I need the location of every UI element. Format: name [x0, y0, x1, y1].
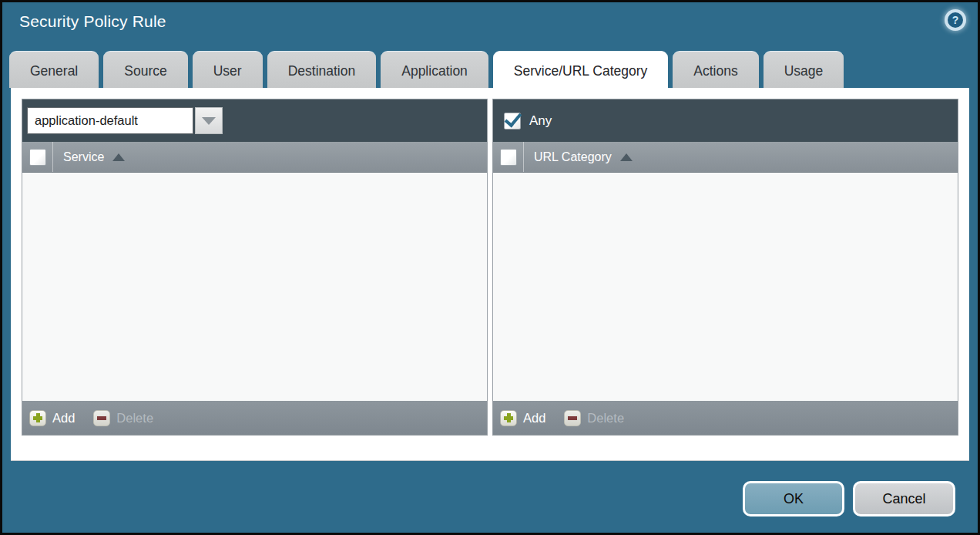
service-footer: Add Delete: [22, 401, 487, 435]
service-delete-label: Delete: [116, 411, 153, 426]
plus-icon: [29, 410, 46, 426]
url-category-column-header-row: URL Category: [493, 142, 958, 173]
service-column-label: Service: [63, 150, 104, 164]
dialog-title: Security Policy Rule: [19, 12, 166, 31]
tab-destination[interactable]: Destination: [267, 51, 377, 88]
tab-content-area: Service Add Delete An: [11, 88, 969, 461]
help-icon[interactable]: ?: [945, 9, 966, 31]
ok-button[interactable]: OK: [743, 481, 844, 516]
url-category-select-all-checkbox[interactable]: [500, 149, 517, 166]
any-label: Any: [529, 113, 552, 129]
tab-bar: General Source User Destination Applicat…: [9, 51, 844, 88]
chevron-down-icon: [202, 117, 216, 125]
minus-icon: [564, 410, 581, 426]
service-delete-button[interactable]: Delete: [93, 410, 153, 426]
url-category-delete-label: Delete: [587, 411, 624, 426]
service-toolbar: [22, 99, 487, 142]
service-panel: Service Add Delete: [22, 99, 488, 436]
url-category-add-label: Add: [523, 411, 545, 426]
url-category-list[interactable]: [493, 173, 958, 401]
service-list[interactable]: [22, 173, 487, 401]
plus-icon: [500, 410, 517, 426]
service-type-dropdown-button[interactable]: [195, 107, 223, 134]
tab-actions[interactable]: Actions: [673, 51, 758, 88]
url-category-column-label: URL Category: [534, 150, 612, 164]
any-row: Any: [498, 113, 552, 130]
tab-service-url-category[interactable]: Service/URL Category: [493, 51, 668, 88]
url-category-footer: Add Delete: [493, 401, 958, 435]
sort-ascending-icon: [112, 153, 125, 161]
url-category-delete-button[interactable]: Delete: [564, 410, 624, 426]
service-add-button[interactable]: Add: [29, 410, 75, 426]
any-checkbox[interactable]: [504, 113, 521, 130]
service-column-header-row: Service: [22, 142, 487, 173]
sort-ascending-icon: [620, 153, 633, 161]
service-select-all-checkbox[interactable]: [29, 149, 46, 166]
service-column-header[interactable]: Service: [63, 150, 125, 164]
tab-user[interactable]: User: [193, 51, 263, 88]
url-category-add-button[interactable]: Add: [500, 410, 545, 426]
tab-usage[interactable]: Usage: [764, 51, 844, 88]
service-type-input[interactable]: [27, 107, 193, 134]
question-mark-glyph: ?: [948, 12, 963, 28]
url-category-toolbar: Any: [493, 99, 958, 142]
tab-application[interactable]: Application: [381, 51, 488, 88]
service-add-label: Add: [52, 411, 75, 426]
tab-general[interactable]: General: [9, 51, 99, 88]
url-category-panel: Any URL Category Add: [492, 99, 958, 436]
minus-icon: [93, 410, 110, 426]
tab-source[interactable]: Source: [103, 51, 187, 88]
security-policy-rule-dialog: Security Policy Rule ? General Source Us…: [0, 0, 980, 535]
url-category-column-header[interactable]: URL Category: [534, 150, 633, 164]
url-category-select-all-cell: [493, 142, 524, 172]
service-select-all-cell: [22, 142, 53, 172]
cancel-button[interactable]: Cancel: [853, 481, 955, 516]
